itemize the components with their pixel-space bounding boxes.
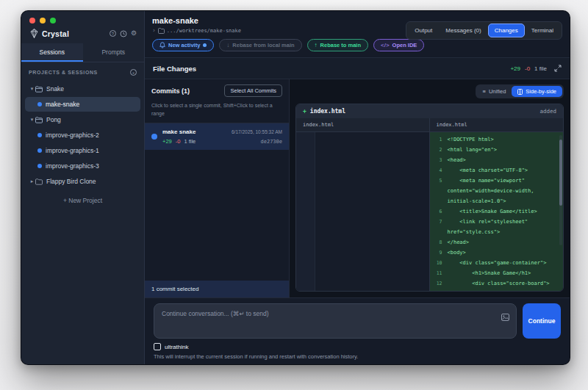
session-header: make-snake › .../worktrees/make-snake Ne…	[145, 11, 570, 58]
line-number: 12	[430, 278, 448, 289]
line-number: 7	[430, 217, 448, 237]
add-project-icon[interactable]: +	[130, 69, 137, 76]
line-number: 10	[430, 258, 448, 268]
projects-section-title: PROJECTS & SESSIONS	[29, 70, 98, 75]
diff-added-line: 7 <link rel="stylesheet" href="style.css…	[430, 217, 564, 237]
tree-item-label: improve-graphics-1	[46, 147, 99, 154]
commits-hint: Click to select a single commit, Shift+C…	[145, 102, 289, 123]
history-icon[interactable]	[120, 30, 127, 37]
diff-scrollbar-thumb[interactable]	[559, 140, 562, 206]
tab-messages-0-[interactable]: Messages (0)	[439, 24, 487, 37]
sidebar-session-improve-graphics-3[interactable]: improve-graphics-3	[25, 159, 140, 173]
diff-added-line: 6 <title>Snake Game</title>	[430, 206, 564, 217]
diff-region: ≡UnifiedSide-by-side + index.html added …	[290, 79, 570, 297]
new-project-button[interactable]: + New Project	[21, 191, 144, 210]
line-number: 5	[430, 176, 448, 206]
sidebar-tabs: SessionsPrompts	[21, 43, 144, 62]
ultrathink-checkbox[interactable]	[154, 343, 161, 350]
sidebar-session-improve-graphics-2[interactable]: improve-graphics-2	[25, 128, 140, 142]
folder-icon	[158, 28, 165, 34]
diff-added-line: 1<!DOCTYPE html>	[430, 134, 564, 145]
view-mode-label: Unified	[489, 88, 506, 95]
ultrathink-row: ultrathink	[154, 343, 561, 350]
commits-empty-space	[145, 150, 289, 281]
commits-title: Commits (1)	[151, 87, 190, 95]
settings-gear-icon[interactable]: ⚙	[131, 30, 137, 37]
sidebar-tab-prompts[interactable]: Prompts	[83, 43, 145, 62]
chevron-right-icon[interactable]: ▸	[29, 178, 35, 184]
diff-file-card: + index.html added index.html index.html	[295, 104, 564, 292]
arrow-up-icon: ↑	[315, 42, 318, 48]
chevron-down-icon[interactable]: ▾	[29, 86, 35, 92]
view-mode-label: Side-by-side	[526, 88, 556, 95]
commit-row-bottom: +29-01 filede2730e	[162, 138, 282, 145]
commits-panel: Commits (1) Select All Commits Click to …	[145, 79, 290, 297]
added-plus-icon: +	[303, 108, 306, 115]
worktree-path: .../worktrees/make-snake	[167, 28, 241, 34]
session-status-dot	[37, 164, 42, 168]
tab-output[interactable]: Output	[408, 24, 439, 37]
commits-panel-header: Commits (1) Select All Commits	[145, 79, 289, 102]
sidebar-project-snake[interactable]: ▾Snake	[25, 82, 140, 96]
diff-added-line: 9<body>	[430, 248, 564, 258]
tab-terminal[interactable]: Terminal	[525, 24, 560, 37]
app-title: Crystal	[42, 29, 106, 38]
rebase-from-local-main-button: ↓Rebase from local main	[219, 39, 301, 51]
action-label: Open IDE	[392, 42, 417, 48]
diff-body: 1<!DOCTYPE html>2<html lang="en">3<head>…	[296, 132, 563, 291]
chevron-right-icon[interactable]: ›	[152, 27, 156, 34]
sidebar-tab-sessions[interactable]: Sessions	[21, 43, 83, 62]
crystal-window: Crystal ? ⚙ SessionsPrompts PROJECTS & S…	[21, 10, 570, 365]
projects-section-header: PROJECTS & SESSIONS +	[21, 62, 144, 79]
open-ide-button[interactable]: </>Open IDE	[373, 39, 424, 51]
view-mode-unified[interactable]: ≡Unified	[477, 86, 512, 97]
line-code: <h1>Snake Game</h1>	[448, 268, 564, 278]
attach-image-icon[interactable]	[501, 314, 509, 321]
sidebar-session-improve-graphics-1[interactable]: improve-graphics-1	[25, 143, 140, 158]
minimize-window-button[interactable]	[40, 18, 46, 24]
line-number: 6	[430, 206, 448, 217]
chevron-down-icon[interactable]: ▾	[29, 117, 35, 123]
view-mode-side-by-side[interactable]: Side-by-side	[512, 86, 562, 97]
line-code: <div class="game-container">	[448, 258, 564, 268]
line-number: 1	[430, 134, 448, 145]
expand-icon[interactable]	[554, 65, 562, 72]
sidebar-session-make-snake[interactable]: make-snake	[25, 97, 140, 112]
file-changes-stats: +29 -0 1 file	[510, 65, 562, 72]
tab-changes[interactable]: Changes	[488, 24, 525, 37]
line-code: <head>	[448, 155, 564, 165]
diff-added-line: 12 <div class="score-board">	[430, 278, 564, 289]
continue-button[interactable]: Continue	[523, 303, 561, 339]
rebase-to-main-button[interactable]: ↑Rebase to main	[307, 39, 368, 51]
tree-item-label: Snake	[46, 85, 64, 93]
composer-footer-note: This will interrupt the current session …	[154, 353, 561, 360]
sidebar-project-flappy-bird-clone[interactable]: ▸Flappy Bird Clone	[25, 174, 140, 189]
sidebar-project-pong[interactable]: ▾Pong	[25, 112, 140, 127]
select-all-commits-button[interactable]: Select All Commits	[224, 84, 282, 97]
tree-item-label: improve-graphics-2	[46, 131, 99, 139]
diff-added-line: 8</head>	[430, 237, 564, 248]
diff-column-headers: index.html index.html	[296, 118, 563, 132]
line-number: 2	[430, 145, 448, 155]
session-actions: New activity↓Rebase from local main↑Reba…	[152, 39, 562, 51]
commit-row[interactable]: make snake6/17/2025, 10:55:32 AM+29-01 f…	[145, 123, 289, 150]
diff-file-status-badge: added	[539, 108, 556, 115]
conversation-input[interactable]	[154, 304, 516, 338]
line-code: <div class="score-board">	[448, 278, 564, 289]
line-code: <!DOCTYPE html>	[448, 134, 564, 145]
commit-additions: +29	[162, 138, 172, 145]
diff-added-line: 10 <div class="game-container">	[430, 258, 564, 268]
diff-file-header[interactable]: + index.html added	[296, 104, 563, 118]
view-tabs: OutputMessages (0)ChangesTerminal	[406, 21, 562, 40]
new-activity-button[interactable]: New activity	[152, 39, 214, 51]
commit-message: make snake	[162, 129, 196, 135]
diff-right-filename: index.html	[430, 118, 564, 131]
sidebar-header-icons: ? ⚙	[110, 30, 137, 37]
help-icon[interactable]: ?	[110, 30, 116, 37]
commit-deletions: -0	[176, 138, 181, 145]
additions-count: +29	[510, 65, 520, 72]
line-code: <meta charset="UTF-8">	[448, 165, 564, 176]
diff-left-filename: index.html	[296, 118, 430, 131]
close-window-button[interactable]	[29, 18, 35, 24]
maximize-window-button[interactable]	[50, 18, 56, 24]
